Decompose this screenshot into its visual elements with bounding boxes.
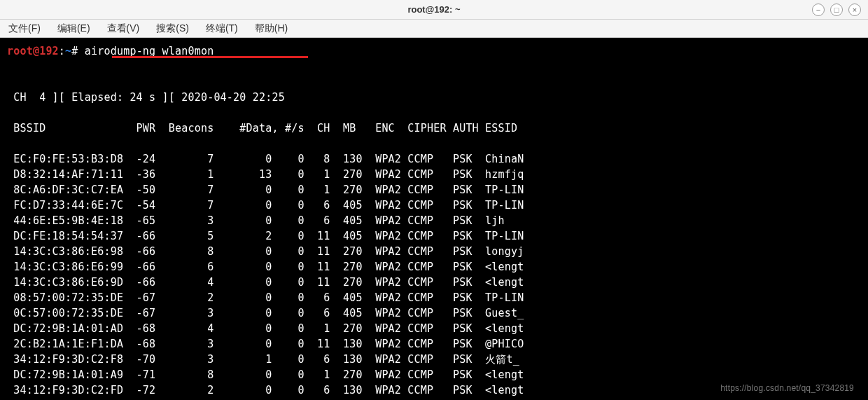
- window-controls: − □ ×: [812, 4, 861, 16]
- table-row: FC:D7:33:44:6E:7C -54 7 0 0 6 405 WPA2 C…: [7, 199, 524, 212]
- command-underline-annotation: [112, 56, 308, 58]
- table-row: 44:6E:E5:9B:4E:18 -65 3 0 0 6 405 WPA2 C…: [7, 214, 505, 227]
- table-row: DC:FE:18:54:54:37 -66 5 2 0 11 405 WPA2 …: [7, 230, 524, 242]
- menu-help[interactable]: 帮助(H): [255, 22, 288, 35]
- maximize-button[interactable]: □: [830, 4, 843, 16]
- table-row: 0C:57:00:72:35:DE -67 3 0 0 6 405 WPA2 C…: [7, 307, 524, 319]
- menu-terminal[interactable]: 终端(T): [206, 22, 238, 35]
- prompt-hash: #: [71, 45, 84, 57]
- table-row: EC:F0:FE:53:B3:D8 -24 7 0 0 8 130 WPA2 C…: [7, 153, 524, 165]
- table-row: 14:3C:C3:86:E6:9D -66 4 0 0 11 270 WPA2 …: [7, 276, 524, 289]
- prompt-path: ~: [65, 45, 71, 57]
- prompt-user: root@192: [7, 45, 59, 57]
- terminal-area[interactable]: root@192:~# airodump-ng wlan0mon CH 4 ][…: [0, 38, 868, 400]
- table-row: DC:72:9B:1A:01:AD -68 4 0 0 1 270 WPA2 C…: [7, 322, 524, 335]
- table-row: 34:12:F9:3D:C2:F8 -70 3 1 0 6 130 WPA2 C…: [7, 353, 519, 366]
- table-row: 34:12:F9:3D:C2:FD -72 2 0 0 6 130 WPA2 C…: [7, 384, 524, 396]
- menu-edit[interactable]: 编辑(E): [57, 22, 90, 35]
- table-row: 08:57:00:72:35:DE -67 2 0 0 6 405 WPA2 C…: [7, 291, 524, 304]
- watermark: https://blog.csdn.net/qq_37342819: [720, 380, 854, 396]
- minimize-button[interactable]: −: [812, 4, 825, 16]
- menu-file[interactable]: 文件(F): [8, 22, 41, 35]
- menu-search[interactable]: 搜索(S): [156, 22, 189, 35]
- prompt-sep: :: [59, 45, 65, 57]
- table-row: 14:3C:C3:86:E6:98 -66 8 0 0 11 270 WPA2 …: [7, 245, 524, 258]
- table-row: 2C:B2:1A:1E:F1:DA -68 3 0 0 11 130 WPA2 …: [7, 338, 524, 350]
- table-row: 14:3C:C3:86:E6:99 -66 6 0 0 11 270 WPA2 …: [7, 261, 524, 273]
- table-row: 8C:A6:DF:3C:C7:EA -50 7 0 0 1 270 WPA2 C…: [7, 184, 524, 196]
- window-title: root@192: ~: [407, 4, 460, 15]
- menu-bar: 文件(F) 编辑(E) 查看(V) 搜索(S) 终端(T) 帮助(H): [0, 20, 868, 38]
- status-line: CH 4 ][ Elapsed: 24 s ][ 2020-04-20 22:2…: [7, 91, 285, 104]
- window-titlebar: root@192: ~ − □ ×: [0, 0, 868, 20]
- close-button[interactable]: ×: [848, 4, 861, 16]
- table-row: DC:72:9B:1A:01:A9 -71 8 0 0 1 270 WPA2 C…: [7, 368, 524, 381]
- column-headers: BSSID PWR Beacons #Data, #/s CH MB ENC C…: [7, 122, 517, 135]
- table-row: D8:32:14:AF:71:11 -36 1 13 0 1 270 WPA2 …: [7, 168, 524, 181]
- menu-view[interactable]: 查看(V): [107, 22, 140, 35]
